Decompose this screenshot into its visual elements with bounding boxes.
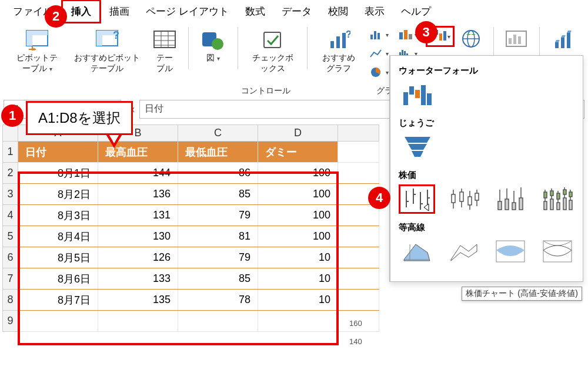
cell-C5[interactable]: 81 (178, 226, 258, 247)
surface-wire-thumb[interactable] (446, 237, 482, 266)
stock-hlc-thumb[interactable] (399, 184, 435, 214)
row-4[interactable]: 4 (3, 205, 18, 226)
row-2[interactable]: 2 (3, 163, 18, 184)
cell-C2[interactable]: 86 (178, 163, 258, 184)
cell-C8[interactable]: 78 (178, 290, 258, 311)
menu-page-layout[interactable]: ページ レイアウト (138, 1, 237, 22)
cell-A1[interactable]: 日付 (18, 142, 98, 163)
svg-rect-56 (421, 85, 426, 105)
map3d-icon (552, 27, 575, 53)
stock-vohlc-thumb[interactable] (539, 184, 576, 214)
badge-3: 3 (415, 21, 437, 43)
section-funnel: じょうご (399, 117, 576, 129)
stock-vhlc-thumb[interactable] (493, 184, 529, 214)
section-waterfall: ウォーターフォール (399, 65, 576, 76)
svg-rect-82 (512, 203, 516, 210)
select-all-corner[interactable] (3, 125, 18, 142)
cell-B2[interactable]: 144 (98, 163, 178, 184)
ribbon-pivot-chart[interactable] (499, 25, 533, 53)
cell-B7[interactable]: 133 (98, 268, 178, 290)
cell-B3[interactable]: 136 (98, 184, 178, 205)
cell-B6[interactable]: 126 (98, 247, 178, 268)
menu-insert[interactable]: 挿入 (61, 0, 101, 23)
row-8[interactable]: 8 (3, 290, 18, 311)
menu-review[interactable]: 校閲 (320, 1, 356, 22)
rec-chart-icon: ? (327, 27, 350, 53)
svg-marker-59 (408, 144, 427, 150)
svg-rect-39 (443, 31, 446, 41)
svg-rect-2 (26, 31, 32, 46)
cell-C4[interactable]: 79 (178, 205, 258, 226)
row-6[interactable]: 6 (3, 247, 18, 268)
ribbon-rec-pivot[interactable]: ? おすすめピボットテーブル (68, 25, 147, 74)
row-3[interactable]: 3 (3, 184, 18, 205)
group-label-control: コントロール (241, 86, 290, 96)
ribbon-table[interactable]: テーブル (147, 25, 182, 74)
ribbon-3dmap[interactable] (546, 25, 581, 53)
svg-rect-80 (505, 199, 509, 210)
svg-rect-54 (409, 86, 414, 95)
cell-A8[interactable]: 8月7日 (18, 290, 98, 311)
stock-tooltip: 株価チャート (高値-安値-終値) (462, 287, 582, 301)
funnel-thumb[interactable] (399, 132, 436, 162)
svg-rect-44 (509, 38, 512, 44)
surface-3d-thumb[interactable] (399, 237, 435, 266)
row-1[interactable]: 1 (3, 142, 18, 163)
menu-help[interactable]: ヘルプ (393, 1, 439, 22)
ribbon-pivot-table[interactable]: ピボットテーブル ▾ (7, 25, 68, 74)
svg-rect-88 (544, 192, 547, 198)
mini-bar-chart[interactable]: ▾ (367, 27, 391, 42)
cell-D4[interactable]: 100 (258, 205, 338, 226)
svg-rect-22 (374, 31, 376, 39)
menu-formula[interactable]: 数式 (237, 1, 273, 22)
cell-D3[interactable]: 100 (258, 184, 338, 205)
svg-rect-45 (513, 35, 516, 44)
row-7[interactable]: 7 (3, 268, 18, 290)
pivot-table-icon (25, 27, 49, 53)
cell-A2[interactable]: 8月1日 (18, 163, 98, 184)
cell-D2[interactable]: 100 (258, 163, 338, 184)
waterfall-thumb[interactable] (399, 80, 436, 109)
menu-data[interactable]: データ (273, 1, 320, 22)
mini-line-chart[interactable]: ▾ (367, 46, 391, 61)
cell-C6[interactable]: 79 (178, 247, 258, 268)
menu-draw[interactable]: 描画 (101, 1, 138, 22)
svg-rect-16 (264, 32, 280, 48)
svg-rect-95 (563, 198, 566, 210)
col-D[interactable]: D (258, 125, 338, 142)
cell-A4[interactable]: 8月3日 (18, 205, 98, 226)
col-C[interactable]: C (178, 125, 258, 142)
cell-A7[interactable]: 8月6日 (18, 268, 98, 290)
row-9[interactable]: 9 (3, 311, 18, 332)
stock-ohlc-thumb[interactable] (446, 184, 482, 214)
cell-D6[interactable]: 10 (258, 247, 338, 268)
cell-C1[interactable]: 最低血圧 (178, 142, 258, 163)
row-5[interactable]: 5 (3, 226, 18, 247)
cell-C3[interactable]: 85 (178, 184, 258, 205)
col-E[interactable] (338, 125, 379, 142)
cell-A3[interactable]: 8月2日 (18, 184, 98, 205)
menu-view[interactable]: 表示 (356, 1, 393, 22)
ribbon-label: おすすめグラフ (319, 53, 359, 74)
rec-pivot-icon: ? (95, 27, 119, 53)
cell-D5[interactable]: 100 (258, 226, 338, 247)
cell-D1[interactable]: ダミー (258, 142, 338, 163)
ribbon-map[interactable] (455, 25, 487, 52)
svg-rect-75 (468, 197, 472, 205)
cell-D8[interactable]: 10 (258, 290, 338, 311)
ribbon-rec-chart[interactable]: ? おすすめグラフ (313, 25, 365, 74)
contour-fill-thumb[interactable] (493, 237, 529, 266)
cell-B8[interactable]: 135 (98, 290, 178, 311)
cell-A6[interactable]: 8月5日 (18, 247, 98, 268)
ribbon-shapes[interactable]: 図 ▾ (194, 25, 232, 63)
cell-C7[interactable]: 85 (178, 268, 258, 290)
ribbon-checkbox[interactable]: チェックボックス (244, 25, 301, 74)
cell-B5[interactable]: 130 (98, 226, 178, 247)
cell-B4[interactable]: 131 (98, 205, 178, 226)
cell-A5[interactable]: 8月4日 (18, 226, 98, 247)
contour-wire-thumb[interactable] (539, 237, 576, 266)
cell-D7[interactable]: 10 (258, 268, 338, 290)
pivot-chart-icon (505, 27, 527, 53)
badge-1: 1 (1, 105, 24, 127)
mini-pie-chart[interactable]: ▾ (367, 65, 391, 80)
